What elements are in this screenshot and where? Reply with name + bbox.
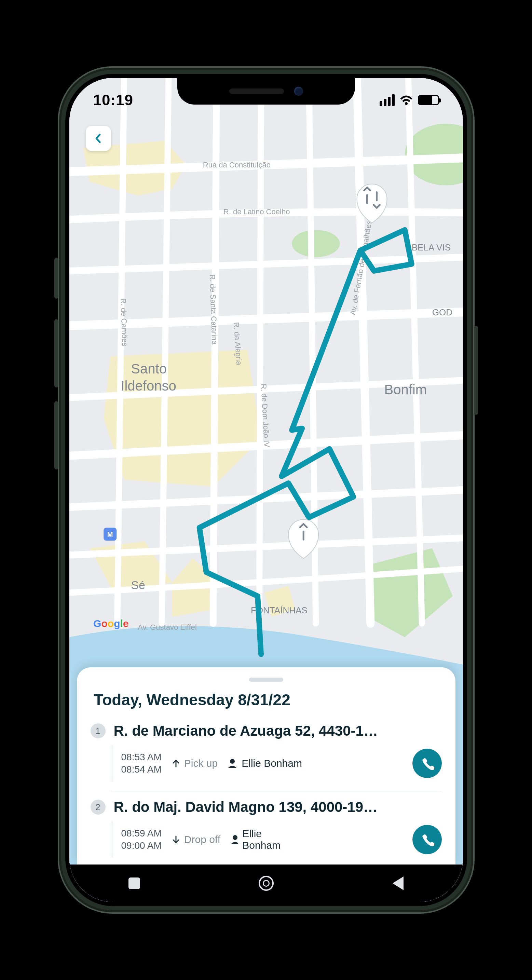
sheet-title: Today, Wednesday 8/31/22 (77, 690, 456, 719)
stop-person: Ellie Bonham (227, 757, 302, 769)
nav-back-button[interactable] (393, 877, 403, 890)
call-button[interactable] (413, 825, 442, 854)
wifi-icon (400, 95, 413, 105)
stop-action: Pick up (171, 757, 218, 769)
stop-number-badge: 2 (91, 800, 105, 815)
stop-person: Ellie Bonham (230, 828, 291, 851)
side-button-mute (54, 258, 59, 299)
stop-item[interactable]: 2 R. do Maj. David Magno 139, 4000-19… 0… (77, 795, 456, 861)
screen: 10:19 (69, 78, 463, 902)
phone-icon (420, 756, 434, 770)
battery-icon (418, 95, 439, 105)
stop-address: R. do Maj. David Magno 139, 4000-19… (114, 799, 442, 815)
svg-point-0 (405, 102, 408, 105)
status-time: 10:19 (93, 92, 134, 109)
stop-address: R. de Marciano de Azuaga 52, 4430-1… (114, 723, 442, 739)
notch (177, 78, 355, 105)
area-label: Bonfim (384, 382, 427, 397)
side-button-power (474, 326, 478, 415)
divider (111, 791, 442, 791)
svg-point-5 (233, 835, 237, 840)
phone-icon (420, 832, 434, 847)
person-icon (230, 834, 238, 845)
back-button[interactable] (86, 126, 111, 151)
nav-home-button[interactable] (259, 876, 274, 891)
side-button-vol-up (54, 319, 59, 388)
area-label: GOD (432, 307, 452, 317)
svg-point-4 (230, 759, 235, 764)
road-label: R. de Latino Coelho (223, 207, 290, 216)
stop-times: 08:59 AM 09:00 AM (121, 827, 162, 852)
stop-action: Drop off (171, 834, 220, 845)
area-label: Ildefonso (121, 378, 176, 393)
phone-frame: 10:19 (58, 66, 475, 914)
sheet-handle[interactable] (249, 678, 283, 682)
road-label: Av. Gustavo Eiffel (138, 623, 197, 632)
signal-icon (380, 94, 395, 106)
map-attribution: Google (93, 618, 129, 629)
android-navbar (69, 864, 463, 902)
svg-point-2 (292, 230, 339, 257)
call-button[interactable] (413, 749, 442, 778)
road-label: Rua da Constituição (202, 161, 270, 169)
side-button-vol-down (54, 401, 59, 469)
bottom-sheet[interactable]: Today, Wednesday 8/31/22 1 R. de Marcian… (77, 667, 456, 864)
arrow-down-icon (171, 835, 181, 844)
area-label: BELA VIS (411, 242, 450, 253)
chevron-left-icon (93, 133, 104, 143)
area-label: Santo (131, 361, 167, 376)
area-label: Sé (131, 579, 145, 592)
stop-number-badge: 1 (91, 723, 105, 738)
person-icon (227, 758, 237, 768)
road-label: R. de Camões (119, 298, 129, 347)
stop-item[interactable]: 1 R. de Marciano de Azuaga 52, 4430-1… 0… (77, 719, 456, 785)
stop-times: 08:53 AM 08:54 AM (121, 751, 162, 776)
nav-recent-button[interactable] (129, 878, 140, 889)
arrow-up-icon (171, 759, 181, 768)
svg-text:M: M (107, 531, 113, 538)
